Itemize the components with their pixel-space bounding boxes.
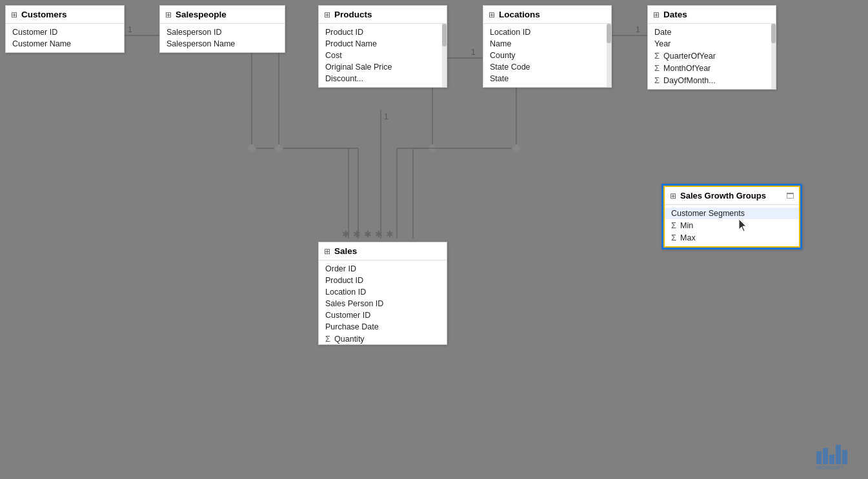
svg-rect-10 — [274, 144, 283, 153]
table-icon: ⊞ — [653, 10, 660, 19]
field-salesperson-id: Salesperson ID — [160, 26, 285, 38]
svg-rect-34 — [842, 450, 847, 464]
sales-growth-title: Sales Growth Groups — [680, 191, 766, 200]
svg-text:1: 1 — [384, 112, 389, 121]
svg-rect-5 — [247, 144, 256, 153]
dates-header: ⊞ Dates — [648, 6, 776, 24]
svg-text:✱: ✱ — [342, 229, 350, 239]
salespeople-body: Salesperson ID Salesperson Name — [160, 24, 285, 52]
sales-growth-groups-table[interactable]: ⊞ Sales Growth Groups 🗖 Customer Segment… — [661, 184, 802, 249]
field-location-id: Location ID — [483, 26, 611, 38]
field-product-id: Product ID — [319, 26, 447, 38]
field-salesperson-name: Salesperson Name — [160, 38, 285, 50]
field-order-id: Order ID — [319, 263, 447, 275]
svg-text:1: 1 — [471, 48, 476, 57]
table-icon: ⊞ — [670, 191, 676, 200]
customers-header: ⊞ Customers — [6, 6, 124, 24]
dates-table[interactable]: ⊞ Dates Date Year Σ QuarterOfYear Σ Mont… — [647, 5, 776, 90]
collapse-icon[interactable]: 🗖 — [786, 191, 794, 200]
svg-rect-24 — [512, 144, 521, 153]
field-customer-id-fk: Customer ID — [319, 309, 447, 321]
svg-rect-31 — [823, 448, 828, 464]
locations-title: Locations — [499, 10, 540, 19]
locations-header: ⊞ Locations — [483, 6, 611, 24]
field-original-sale-price: Original Sale Price — [319, 61, 447, 73]
svg-text:✱: ✱ — [386, 229, 394, 239]
svg-rect-33 — [836, 445, 841, 464]
field-day-of-month: Σ DayOfMonth... — [648, 74, 776, 86]
field-date: Date — [648, 26, 776, 38]
diagram-canvas: 1 1 1 1 1 ✱ ✱ ✱ ✱ ✱ — [0, 0, 868, 479]
field-month-of-year: Σ MonthOfYear — [648, 62, 776, 74]
locations-body: Location ID Name County State Code State — [483, 24, 611, 87]
table-icon: ⊞ — [11, 10, 17, 19]
field-customer-id: Customer ID — [6, 26, 124, 38]
locations-table[interactable]: ⊞ Locations Location ID Name County Stat… — [483, 5, 612, 88]
dates-title: Dates — [663, 10, 687, 19]
sales-body: Order ID Product ID Location ID Sales Pe… — [319, 260, 447, 344]
field-min: Σ Min — [665, 219, 799, 231]
field-cost: Cost — [319, 50, 447, 61]
field-product-name: Product Name — [319, 38, 447, 50]
field-product-id-fk: Product ID — [319, 275, 447, 286]
svg-text:✱: ✱ — [364, 229, 372, 239]
sales-growth-header: ⊞ Sales Growth Groups 🗖 — [665, 187, 799, 205]
sales-growth-body: Customer Segments Σ Min Σ Max — [665, 205, 799, 246]
field-year: Year — [648, 38, 776, 50]
svg-text:MICROSOFT: MICROSOFT — [816, 465, 844, 470]
field-state-code: State Code — [483, 61, 611, 73]
svg-text:✱: ✱ — [375, 229, 383, 239]
field-discount: Discount... — [319, 73, 447, 84]
svg-text:1: 1 — [128, 25, 132, 34]
sales-header: ⊞ Sales — [319, 242, 447, 260]
products-header: ⊞ Products — [319, 6, 447, 24]
customers-title: Customers — [21, 10, 67, 19]
products-title: Products — [334, 10, 372, 19]
field-state: State — [483, 73, 611, 84]
dates-body: Date Year Σ QuarterOfYear Σ MonthOfYear … — [648, 24, 776, 89]
salespeople-title: Salespeople — [176, 10, 227, 19]
svg-rect-18 — [428, 144, 437, 153]
svg-rect-30 — [816, 451, 822, 464]
products-body: Product ID Product Name Cost Original Sa… — [319, 24, 447, 87]
watermark: MICROSOFT — [816, 445, 862, 473]
field-county: County — [483, 50, 611, 61]
table-icon: ⊞ — [165, 10, 172, 19]
salespeople-header: ⊞ Salespeople — [160, 6, 285, 24]
field-purchase-date: Purchase Date — [319, 321, 447, 333]
svg-text:1: 1 — [636, 25, 640, 34]
salespeople-table[interactable]: ⊞ Salespeople Salesperson ID Salesperson… — [159, 5, 285, 53]
table-icon: ⊞ — [489, 10, 495, 19]
svg-text:✱: ✱ — [353, 229, 361, 239]
customers-body: Customer ID Customer Name — [6, 24, 124, 52]
table-icon: ⊞ — [324, 10, 330, 19]
field-location-id-fk: Location ID — [319, 286, 447, 298]
field-customer-segments: Customer Segments — [665, 208, 799, 219]
field-sales-person-id: Sales Person ID — [319, 298, 447, 309]
field-customer-name: Customer Name — [6, 38, 124, 50]
field-quantity: Σ Quantity — [319, 333, 447, 344]
field-quarter-of-year: Σ QuarterOfYear — [648, 50, 776, 62]
customers-table[interactable]: ⊞ Customers Customer ID Customer Name — [5, 5, 125, 53]
table-icon: ⊞ — [324, 247, 330, 256]
field-max: Σ Max — [665, 231, 799, 244]
sales-title: Sales — [334, 246, 357, 256]
field-name: Name — [483, 38, 611, 50]
sales-table[interactable]: ⊞ Sales Order ID Product ID Location ID … — [318, 242, 447, 345]
svg-rect-32 — [829, 455, 834, 464]
products-table[interactable]: ⊞ Products Product ID Product Name Cost … — [318, 5, 447, 88]
